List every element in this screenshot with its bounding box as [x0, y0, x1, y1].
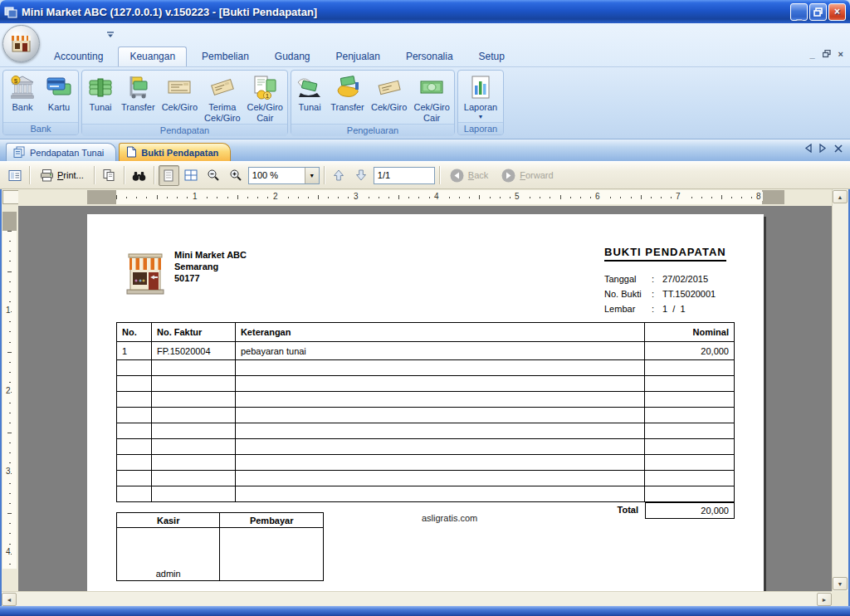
- printer-icon: [40, 169, 54, 182]
- scroll-down-button[interactable]: ▼: [833, 577, 848, 590]
- empty-cell: [235, 486, 644, 502]
- minimize-button[interactable]: _: [790, 3, 808, 21]
- previous-page-button[interactable]: [329, 165, 349, 186]
- company-block: Mini Market ABC Semarang 50177: [174, 249, 247, 284]
- tab-penjualan[interactable]: Penjualan: [325, 47, 391, 66]
- mdi-restore-button[interactable]: [823, 50, 831, 58]
- empty-cell: [117, 408, 152, 423]
- scroll-tabs-left-icon[interactable]: [804, 141, 812, 156]
- empty-cell: [645, 486, 735, 502]
- pendapatan-transfer-button[interactable]: Transfer: [119, 72, 158, 114]
- find-button[interactable]: [129, 165, 149, 186]
- kartu-button[interactable]: Kartu: [42, 72, 76, 114]
- cheque-icon: [165, 73, 193, 101]
- horizontal-scrollbar[interactable]: ◄ ►: [2, 591, 832, 606]
- table-empty-row: [117, 392, 735, 408]
- scroll-right-button[interactable]: ►: [817, 593, 832, 606]
- close-tab-icon[interactable]: [834, 141, 843, 156]
- tab-accounting[interactable]: Accounting: [43, 47, 114, 66]
- page-indicator-field[interactable]: [374, 167, 435, 184]
- print-button[interactable]: Print...: [34, 165, 90, 186]
- arrow-down-icon: [354, 169, 368, 182]
- ruler-number: 1: [191, 192, 199, 201]
- forward-button[interactable]: Forward: [496, 169, 559, 183]
- scroll-left-button[interactable]: ◄: [2, 593, 17, 606]
- report-chart-icon: [467, 73, 495, 101]
- tab-setup[interactable]: Setup: [468, 47, 515, 66]
- pendapatan-cekgiro-button[interactable]: Cek/Giro: [159, 72, 200, 114]
- bank-button[interactable]: $ Bank: [6, 72, 39, 114]
- form-icon: [13, 146, 26, 159]
- single-page-view-button[interactable]: [159, 165, 179, 186]
- tab-personalia[interactable]: Personalia: [395, 47, 464, 66]
- report-page: Mini Market ABC Semarang 50177 BUKTI PEN…: [87, 214, 764, 591]
- vertical-scrollbar[interactable]: ▲ ▼: [832, 189, 848, 591]
- zoom-level-combobox[interactable]: 100 % ▼: [248, 167, 320, 184]
- titlebar: Mini Market ABC (127.0.0.1) v.150223 - […: [0, 0, 850, 23]
- zoom-in-button[interactable]: [226, 165, 247, 186]
- cashier-name: admin: [117, 528, 220, 581]
- quick-access-toolbar-chevron[interactable]: [105, 27, 115, 42]
- empty-cell: [235, 439, 644, 455]
- ribbon-group-row: $ Bank Kartu Bank: [0, 66, 850, 139]
- ribbon-group-pendapatan: Tunai Transfer Cek/Giro: [81, 70, 288, 135]
- svg-text:1: 1: [266, 93, 269, 99]
- laporan-button[interactable]: Laporan ▼: [462, 72, 500, 120]
- mdi-close-button[interactable]: ×: [838, 49, 843, 59]
- company-logo: [123, 247, 168, 299]
- back-button[interactable]: Back: [444, 169, 494, 183]
- application-menu-button[interactable]: [2, 25, 40, 62]
- field-no-bukti: No. Bukti:TT.15020001: [604, 289, 716, 304]
- empty-cell: [117, 455, 152, 471]
- pengeluaran-cekgiro-cair-button[interactable]: Cek/Giro Cair: [412, 72, 452, 124]
- ruler-number: 7: [674, 192, 682, 201]
- field-lembar: Lembar:1 / 1: [604, 304, 716, 319]
- pengeluaran-cekgiro-button[interactable]: Cek/Giro: [369, 72, 409, 114]
- table-empty-row: [117, 455, 735, 471]
- cash-hands-icon: [296, 73, 324, 101]
- toolbar-separator: [324, 166, 325, 184]
- scroll-up-button[interactable]: ▲: [833, 190, 848, 203]
- tab-gudang[interactable]: Gudang: [264, 47, 321, 66]
- empty-cell: [645, 439, 735, 455]
- pendapatan-terima-cekgiro-button[interactable]: Terima Cek/Giro: [202, 72, 242, 124]
- mdi-minimize-button[interactable]: _: [809, 49, 814, 59]
- watermark-text: asligratis.com: [422, 513, 477, 523]
- table-empty-row: [117, 360, 735, 376]
- empty-cell: [151, 486, 235, 502]
- combobox-dropdown-arrow[interactable]: ▼: [305, 168, 319, 183]
- report-options-button[interactable]: [4, 165, 25, 186]
- tab-keuangan[interactable]: Keuangan: [118, 46, 187, 66]
- restore-button[interactable]: [809, 3, 827, 21]
- signature-table: Kasir Pembayar admin: [116, 512, 324, 581]
- app-icon: [4, 6, 17, 18]
- table-header-row: No. No. Faktur Keterangan Nominal: [117, 323, 735, 342]
- multi-page-view-button[interactable]: [181, 165, 202, 186]
- document-tab-strip: Pendapatan Tunai Bukti Pendapatan: [0, 139, 850, 161]
- cash-trolley-icon: [124, 73, 152, 101]
- ruler-number: 1: [6, 305, 11, 315]
- pendapatan-cekgiro-cair-button[interactable]: 1 Cek/Giro Cair: [245, 72, 286, 124]
- ruler-number: 6: [594, 192, 602, 201]
- table-empty-row: [117, 486, 735, 502]
- doc-tab-bukti-pendapatan[interactable]: Bukti Pendapatan: [119, 143, 231, 161]
- pendapatan-tunai-button[interactable]: Tunai: [84, 72, 117, 114]
- toolbar-separator: [124, 166, 125, 184]
- store-icon: [10, 32, 32, 55]
- back-icon: [450, 169, 464, 183]
- doc-tab-pendapatan-tunai[interactable]: Pendapatan Tunai: [6, 143, 116, 161]
- print-preview-area: 12345678 1234: [0, 189, 850, 606]
- pengeluaran-transfer-button[interactable]: Transfer: [328, 72, 367, 114]
- next-page-button[interactable]: [351, 165, 372, 186]
- arrow-up-icon: [332, 169, 345, 182]
- empty-cell: [235, 360, 644, 376]
- tab-pembelian[interactable]: Pembelian: [191, 47, 260, 66]
- close-button[interactable]: ×: [828, 3, 846, 21]
- scroll-tabs-right-icon[interactable]: [819, 141, 827, 156]
- copy-button[interactable]: [99, 165, 120, 186]
- pengeluaran-tunai-button[interactable]: Tunai: [293, 72, 326, 114]
- zoom-out-button[interactable]: [203, 165, 224, 186]
- table-empty-row: [117, 439, 735, 455]
- multi-page-icon: [184, 169, 198, 181]
- ribbon-group-bank: $ Bank Kartu Bank: [2, 70, 79, 135]
